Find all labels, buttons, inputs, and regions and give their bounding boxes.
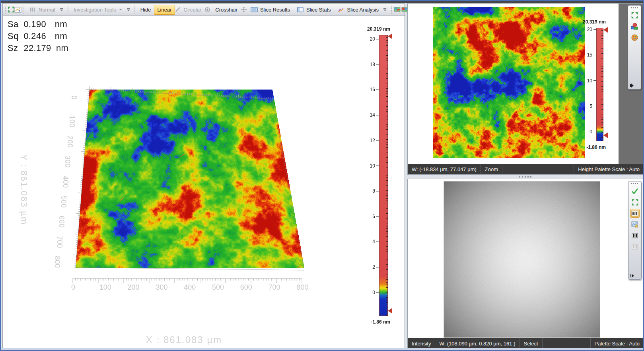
topview-heightmap-canvas[interactable]: [433, 7, 585, 158]
colorbar-top-marker[interactable]: [388, 33, 392, 39]
circular-button[interactable]: Circular: [181, 5, 205, 15]
x-axis-tick-label: 200: [128, 283, 140, 292]
colorbar-min-label: -1.86 nm: [586, 144, 606, 150]
export-image-icon[interactable]: [394, 6, 401, 14]
colorbar-tick-label: 16: [370, 87, 379, 92]
statusbar-spacer: [543, 338, 590, 349]
expand-view-icon[interactable]: [8, 6, 14, 14]
slice-stats-button[interactable]: Slice Stats: [293, 4, 334, 16]
crosshair-button[interactable]: Crosshair: [212, 5, 241, 15]
palette-scale-mode[interactable]: Height Palette Scale : Auto: [574, 164, 644, 174]
slice-results-button[interactable]: Slice Results: [247, 4, 293, 16]
colorbar-minor-ticks: [386, 35, 388, 316]
colorbar-bottom-marker[interactable]: [388, 308, 392, 314]
chevron-down-icon: [119, 9, 122, 10]
investigation-tools-button[interactable]: Investigation Tools: [70, 5, 125, 15]
snapshot-icon[interactable]: [14, 6, 21, 14]
height-colorbar-topview[interactable]: 20.319 nm -1.86 nm 20151050: [596, 28, 603, 141]
collapse-toolbar-icon[interactable]: [630, 274, 634, 278]
slice-stats-label: Slice Stats: [306, 7, 331, 13]
colorbar-tick-label: 20: [587, 27, 596, 32]
y-axis-tick-label: 0: [70, 96, 78, 99]
x-axis-tick-label: 800: [296, 283, 308, 292]
intensity-image-canvas[interactable]: [444, 181, 600, 338]
toolbar-overflow-button[interactable]: [60, 8, 63, 11]
analysis-chart-icon: [337, 6, 345, 14]
y-axis-title: Y : 861.083 µm: [19, 154, 29, 225]
columns-view-icon[interactable]: [630, 231, 640, 240]
parameter-name: Sq: [8, 30, 21, 42]
surface-3d-icon[interactable]: [630, 22, 639, 31]
toolbar-grip[interactable]: [68, 6, 68, 14]
collapse-toolbar-icon[interactable]: [630, 84, 634, 88]
normal-button[interactable]: Normal: [25, 4, 58, 16]
linear-label: Linear: [157, 7, 171, 13]
slice-analysis-button[interactable]: Slice Analysis: [334, 4, 382, 16]
apply-check-icon[interactable]: [630, 187, 640, 195]
tool-mode[interactable]: Zoom: [481, 164, 502, 174]
image-star-icon[interactable]: [630, 220, 640, 229]
monitor-icon: [250, 6, 258, 14]
toolbar-grip[interactable]: [631, 183, 638, 184]
slice-analysis-label: Slice Analysis: [347, 7, 379, 13]
palette-icon[interactable]: [630, 33, 639, 42]
parameter-row: Sz 22.179 nm: [8, 42, 68, 54]
surface-parameters: Sa 0.190 nm Sq 0.246 nm Sz 22.179 nm: [8, 18, 68, 54]
crosshair-icon[interactable]: [241, 6, 247, 14]
height-colorbar-3d[interactable]: 20.319 nm -1.86 nm 20181614121086420: [379, 35, 388, 316]
investigation-tools-label: Investigation Tools: [74, 7, 116, 13]
hide-button[interactable]: Hide: [137, 5, 154, 15]
colorbar-tick-label: 14: [370, 112, 379, 118]
crosshair-label: Crosshair: [215, 7, 237, 13]
y-axis-tick-label: 100: [68, 115, 76, 127]
hide-label: Hide: [140, 7, 151, 13]
x-axis-tick-label: 300: [156, 283, 167, 292]
y-axis-tick-label: 400: [61, 176, 70, 188]
surface-3d-view[interactable]: Sa 0.190 nm Sq 0.246 nm Sz 22.179 nm 010…: [3, 16, 405, 349]
intensity-map-icon[interactable]: [630, 209, 640, 218]
y-axis-tick-label: 500: [59, 196, 68, 208]
data-source[interactable]: Intensity: [408, 338, 435, 349]
panel-splitter[interactable]: [407, 175, 644, 179]
intensity-panel: Intensity W: (108.090 µm, 0.820 µm, 161 …: [407, 179, 644, 349]
topview-toolbar: [628, 5, 641, 90]
colorbar-minor-ticks: [601, 28, 603, 141]
parameter-value: 22.179: [23, 42, 51, 54]
parameter-row: Sa 0.190 nm: [8, 18, 68, 30]
palette-scale-mode[interactable]: Palette Scale : Auto: [590, 338, 644, 349]
colorbar-tick-label: 15: [587, 52, 596, 58]
toolbar-grip[interactable]: [631, 7, 638, 8]
colorbar-tick-label: 5: [590, 103, 596, 109]
columns-view-disabled-icon[interactable]: [630, 242, 640, 251]
colorbar-tick-label: 2: [372, 264, 379, 270]
diagonal-slice-icon[interactable]: [175, 6, 181, 14]
colorbar-min-label: -1.86 nm: [371, 319, 390, 325]
x-axis-tick-label: 600: [240, 283, 252, 292]
circle-plus-icon[interactable]: [204, 6, 210, 14]
expand-view-icon[interactable]: [630, 11, 639, 20]
colorbar-tick-label: 0: [590, 129, 596, 135]
intensity-toolbar: [628, 181, 642, 280]
topview-panel: 20.319 nm -1.86 nm 20151050: [407, 3, 644, 175]
expand-view-icon[interactable]: [630, 198, 640, 207]
toolbar-grip[interactable]: [23, 6, 23, 14]
toolbar-grip[interactable]: [134, 6, 135, 14]
colorbar-tick-label: 12: [370, 138, 379, 143]
world-coordinates: W: (108.090 µm, 0.820 µm, 161 ): [435, 338, 519, 349]
parameter-name: Sa: [8, 18, 21, 30]
tool-mode[interactable]: Select: [519, 338, 542, 349]
columns-icon: [29, 6, 37, 14]
toolbar-grip[interactable]: [5, 6, 6, 14]
linear-button[interactable]: Linear: [154, 5, 175, 15]
x-axis-tick-label: 500: [212, 283, 224, 292]
colorbar-max-label: 20.319 nm: [367, 26, 390, 32]
toolbar-overflow-button[interactable]: [383, 8, 387, 11]
toolbar-grip[interactable]: [391, 6, 392, 14]
colorbar-top-marker[interactable]: [603, 27, 608, 33]
world-coordinates: W: (-18.834 µm, 77.047 µm): [408, 164, 481, 174]
parameter-unit: nm: [55, 30, 67, 42]
colorbar-bottom-marker[interactable]: [603, 133, 608, 138]
toolbar-overflow-button[interactable]: [127, 8, 130, 11]
colorbar-tick-label: 8: [372, 188, 379, 194]
colorbar-max-label: 20.319 nm: [583, 19, 606, 25]
